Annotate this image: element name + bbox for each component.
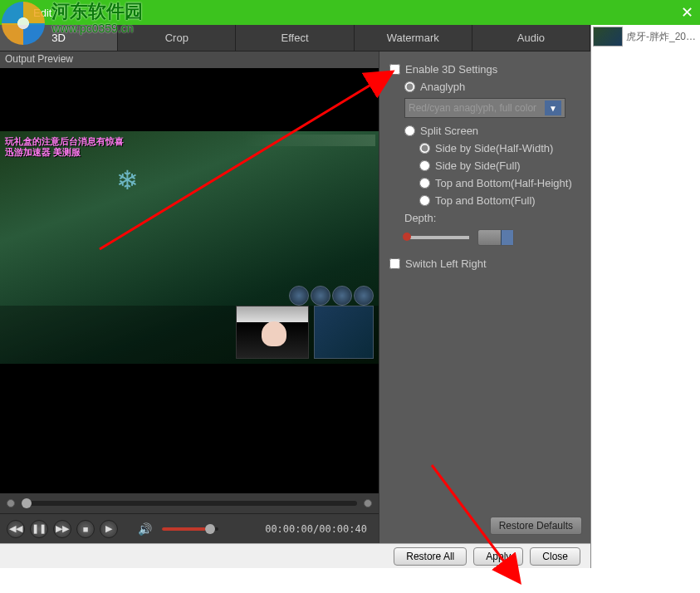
- apply-button[interactable]: Apply: [473, 547, 523, 566]
- close-icon[interactable]: ✕: [681, 3, 693, 22]
- seek-track[interactable]: [22, 501, 357, 506]
- preview-canvas: 玩礼盒的注意后台消息有惊喜 迅游加速器 美测服 ❄: [0, 68, 379, 493]
- close-button[interactable]: Close: [530, 547, 580, 566]
- restore-all-button[interactable]: Restore All: [394, 547, 467, 566]
- enable-3d-checkbox[interactable]: Enable 3D Settings: [389, 63, 580, 76]
- seek-end-marker[interactable]: [364, 499, 372, 507]
- playback-controls: ◀◀ ❚❚ ▶▶ ■ ▶ 🔊 00:00:00/00:00:40: [0, 513, 379, 543]
- depth-track[interactable]: [404, 236, 469, 239]
- sbs-half-radio[interactable]: Side by Side(Half-Width): [419, 142, 580, 154]
- titlebar: Edit ✕: [0, 0, 700, 25]
- anaglyph-radio[interactable]: Anaglyph: [404, 81, 580, 93]
- video-frame: 玩礼盒的注意后台消息有惊喜 迅游加速器 美测服 ❄: [0, 131, 379, 364]
- game-portraits: [289, 286, 374, 306]
- depth-label: Depth:: [404, 212, 580, 224]
- file-item-label: 虎牙-胖炸_20…: [626, 30, 696, 44]
- tab-effect[interactable]: Effect: [236, 25, 354, 51]
- video-overlay-text: 玩礼盒的注意后台消息有惊喜 迅游加速器 美测服: [5, 136, 124, 158]
- file-thumb-icon: [593, 27, 623, 47]
- depth-stepper[interactable]: [477, 229, 514, 246]
- split-screen-radio[interactable]: Split Screen: [404, 125, 580, 137]
- pause-button[interactable]: ❚❚: [30, 520, 48, 538]
- anaglyph-select[interactable]: Red/cyan anaglyph, full color ▼: [404, 98, 565, 118]
- game-hud-top: [242, 135, 375, 146]
- minimap: [314, 306, 374, 359]
- switch-lr-checkbox[interactable]: Switch Left Right: [389, 257, 580, 270]
- volume-knob-icon[interactable]: [205, 524, 215, 534]
- preview-panel: Output Preview 玩礼盒的注意后台消息有惊喜 迅游加速器 美测服 ❄: [0, 51, 379, 543]
- play-button[interactable]: ▶: [100, 520, 118, 538]
- stop-button[interactable]: ■: [76, 520, 95, 538]
- tab-3d[interactable]: 3D: [0, 25, 118, 51]
- restore-defaults-button[interactable]: Restore Defaults: [490, 517, 582, 535]
- anaglyph-select-value: Red/cyan anaglyph, full color: [409, 102, 536, 114]
- settings-panel: Enable 3D Settings Anaglyph Red/cyan ana…: [379, 51, 590, 543]
- tb-full-radio[interactable]: Top and Bottom(Full): [419, 194, 580, 207]
- timecode: 00:00:00/00:00:40: [265, 523, 367, 535]
- webcam-overlay: [236, 306, 309, 359]
- depth-knob-icon[interactable]: [403, 233, 411, 241]
- chevron-down-icon[interactable]: ▼: [545, 100, 561, 115]
- tab-watermark[interactable]: Watermark: [355, 25, 472, 51]
- seek-thumb-icon[interactable]: [22, 498, 32, 508]
- seek-start-marker[interactable]: [7, 499, 15, 507]
- window-title: Edit: [33, 7, 51, 19]
- tb-half-radio[interactable]: Top and Bottom(Half-Height): [419, 177, 580, 189]
- next-button[interactable]: ▶▶: [53, 520, 71, 538]
- seek-bar: [0, 493, 379, 513]
- tab-audio[interactable]: Audio: [472, 25, 590, 51]
- prev-button[interactable]: ◀◀: [7, 520, 25, 538]
- volume-slider[interactable]: [162, 527, 218, 531]
- preview-label: Output Preview: [0, 51, 379, 68]
- tab-crop[interactable]: Crop: [118, 25, 236, 51]
- file-item[interactable]: 虎牙-胖炸_20…: [593, 27, 698, 47]
- file-sidebar: 虎牙-胖炸_20…: [590, 25, 700, 568]
- bottom-bar: Restore All Apply Close: [0, 543, 590, 568]
- snowflake-icon: ❄: [116, 164, 149, 198]
- volume-icon[interactable]: 🔊: [138, 522, 152, 536]
- tabs-bar: 3D Crop Effect Watermark Audio: [0, 25, 590, 51]
- sbs-full-radio[interactable]: Side by Side(Full): [419, 159, 580, 172]
